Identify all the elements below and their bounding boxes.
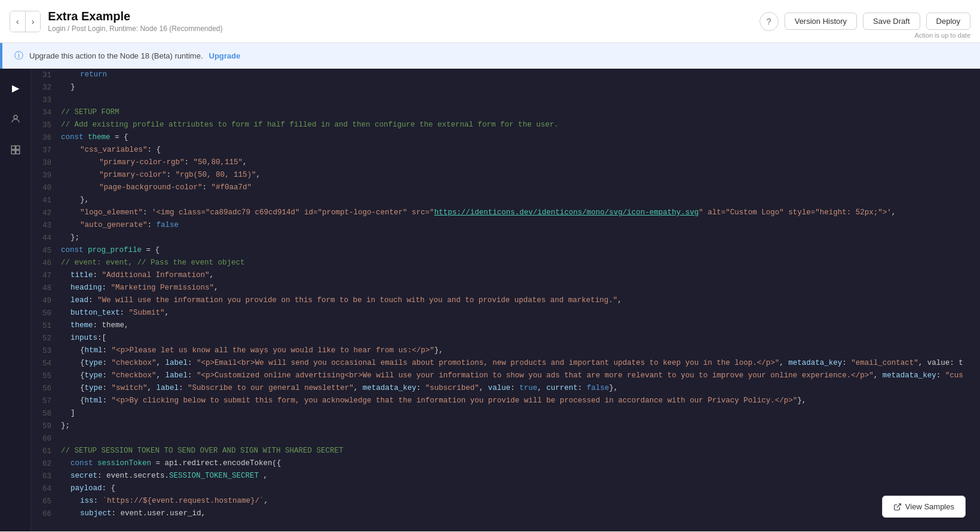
page-title: Extra Example [48, 10, 222, 23]
deploy-button[interactable]: Deploy [926, 13, 970, 30]
banner-text: Upgrade this action to the Node 18 (Beta… [29, 51, 203, 60]
version-history-button[interactable]: Version History [785, 13, 857, 30]
code-line: 61 // SETUP SESSION TOKEN TO SEND OVER A… [31, 445, 980, 457]
header: ‹ › Extra Example Login / Post Login, Ru… [0, 0, 980, 43]
view-samples-label: View Samples [905, 502, 954, 511]
main-content: ▶ 31 return 32 } 33 [0, 69, 980, 531]
code-content: 31 return 32 } 33 34 // SETUP FORM 35 //… [31, 69, 980, 531]
code-line: 60 [31, 432, 980, 445]
page-subtitle: Login / Post Login, Runtime: Node 16 (Re… [48, 24, 222, 33]
upgrade-banner: ⓘ Upgrade this action to the Node 18 (Be… [0, 43, 980, 69]
modules-icon[interactable] [6, 140, 25, 159]
code-line: 52 inputs:[ [31, 332, 980, 345]
code-line: 57 {html: "<p>By clicking below to submi… [31, 395, 980, 407]
code-line: 32 } [31, 81, 980, 94]
code-line: 59 }; [31, 420, 980, 432]
code-line: 43 "auto_generate": false [31, 219, 980, 232]
nav-back-button[interactable]: ‹ [10, 11, 25, 32]
svg-rect-4 [16, 150, 19, 154]
upgrade-link[interactable]: Upgrade [209, 51, 241, 60]
code-line: 63 secret: event.secrets.SESSION_TOKEN_S… [31, 470, 980, 482]
code-line: 34 // SETUP FORM [31, 106, 980, 119]
header-right: ? Version History Save Draft Deploy [760, 12, 970, 31]
code-line: 35 // Add existing profile attriubtes to… [31, 119, 980, 131]
code-line: 42 "logo_element": '<img class="ca89adc7… [31, 207, 980, 219]
code-line: 33 [31, 94, 980, 106]
code-line: 39 "primary-color": "rgb(50, 80, 115)", [31, 169, 980, 182]
code-line: 48 heading: "Marketing Permissions", [31, 282, 980, 294]
header-status: Action is up to date [914, 32, 970, 39]
header-left: ‹ › Extra Example Login / Post Login, Ru… [10, 10, 223, 33]
info-icon: ⓘ [14, 50, 23, 61]
code-line: 36 const theme = { [31, 131, 980, 144]
code-line: 37 "css_variables": { [31, 144, 980, 156]
external-link-icon [893, 503, 902, 511]
code-line: 55 {type: "checkbox", label: "<p>Customi… [31, 370, 980, 382]
code-line: 47 title: "Additional Information", [31, 269, 980, 282]
svg-line-5 [897, 503, 901, 507]
code-editor[interactable]: 31 return 32 } 33 34 // SETUP FORM 35 //… [31, 69, 980, 531]
svg-rect-1 [11, 146, 15, 149]
code-line: 31 return [31, 69, 980, 81]
code-line: 58 ] [31, 407, 980, 420]
code-line: 46 // event: event, // Pass the event ob… [31, 257, 980, 269]
nav-forward-button[interactable]: › [26, 11, 41, 32]
view-samples-button[interactable]: View Samples [882, 496, 966, 518]
svg-point-0 [14, 115, 17, 119]
code-line: 54 {type: "checkbox", label: "<p>Email<b… [31, 357, 980, 370]
code-line: 64 payload: { [31, 482, 980, 495]
code-line: 40 "page-background-color": "#f0aa7d" [31, 182, 980, 194]
save-draft-button[interactable]: Save Draft [863, 13, 920, 30]
code-line: 45 const prog_profile = { [31, 244, 980, 257]
code-line: 41 }, [31, 194, 980, 207]
code-line: 53 {html: "<p>Please let us know all the… [31, 345, 980, 357]
title-block: Extra Example Login / Post Login, Runtim… [48, 10, 222, 33]
code-line: 50 button_text: "Submit", [31, 307, 980, 319]
code-line: 44 }; [31, 232, 980, 244]
code-line: 65 iss: `https://${event.request.hostnam… [31, 495, 980, 508]
run-icon[interactable]: ▶ [6, 78, 25, 97]
code-line: 49 lead: "We will use the information yo… [31, 294, 980, 307]
code-line: 66 subject: event.user.user_id, [31, 508, 980, 520]
help-button[interactable]: ? [760, 12, 779, 31]
code-line: 51 theme: theme, [31, 319, 980, 332]
svg-rect-2 [16, 146, 19, 149]
user-icon[interactable] [6, 109, 25, 128]
code-line: 56 {type: "switch", label: "Subscribe to… [31, 382, 980, 395]
sidebar: ▶ [0, 69, 31, 531]
nav-arrows: ‹ › [10, 11, 41, 32]
code-line: 62 const sessionToken = api.redirect.enc… [31, 457, 980, 470]
code-line: 38 "primary-color-rgb": "50,80,115", [31, 156, 980, 169]
svg-rect-3 [11, 150, 15, 154]
